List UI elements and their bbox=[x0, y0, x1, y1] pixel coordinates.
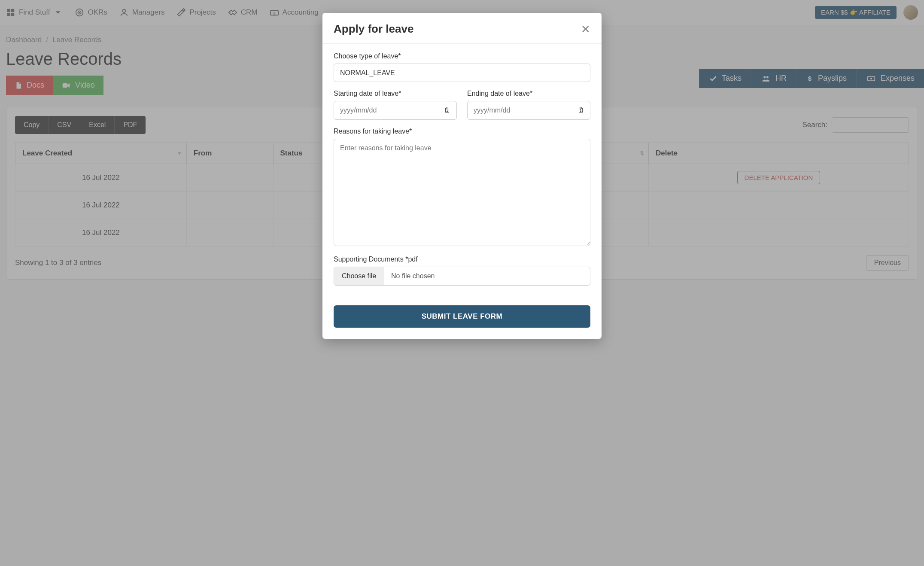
modal-header: Apply for leave ✕ bbox=[322, 13, 602, 44]
date-row: Starting date of leave* 🗓 Ending date of… bbox=[334, 90, 590, 128]
leave-type-select[interactable]: NORMAL_LEAVE bbox=[334, 64, 590, 82]
leave-type-group: Choose type of leave* NORMAL_LEAVE bbox=[334, 52, 590, 82]
file-input-wrap: Choose file No file chosen bbox=[334, 267, 590, 286]
documents-group: Supporting Documents *pdf Choose file No… bbox=[334, 256, 590, 286]
start-date-group: Starting date of leave* 🗓 bbox=[334, 90, 457, 120]
reasons-textarea[interactable] bbox=[334, 139, 590, 246]
reasons-group: Reasons for taking leave* bbox=[334, 128, 590, 248]
choose-file-button[interactable]: Choose file bbox=[334, 267, 384, 285]
documents-label: Supporting Documents *pdf bbox=[334, 256, 590, 263]
reasons-label: Reasons for taking leave* bbox=[334, 128, 590, 135]
leave-type-label: Choose type of leave* bbox=[334, 52, 590, 60]
modal-title: Apply for leave bbox=[334, 22, 413, 36]
modal-overlay[interactable]: Apply for leave ✕ Choose type of leave* … bbox=[0, 0, 924, 292]
file-text: No file chosen bbox=[384, 267, 590, 285]
end-date-input[interactable] bbox=[467, 101, 590, 120]
end-date-label: Ending date of leave* bbox=[467, 90, 590, 97]
end-date-group: Ending date of leave* 🗓 bbox=[467, 90, 590, 120]
start-date-label: Starting date of leave* bbox=[334, 90, 457, 97]
close-icon[interactable]: ✕ bbox=[581, 24, 590, 35]
modal-body: Choose type of leave* NORMAL_LEAVE Start… bbox=[322, 44, 602, 292]
apply-leave-modal: Apply for leave ✕ Choose type of leave* … bbox=[322, 13, 602, 292]
start-date-input[interactable] bbox=[334, 101, 457, 120]
